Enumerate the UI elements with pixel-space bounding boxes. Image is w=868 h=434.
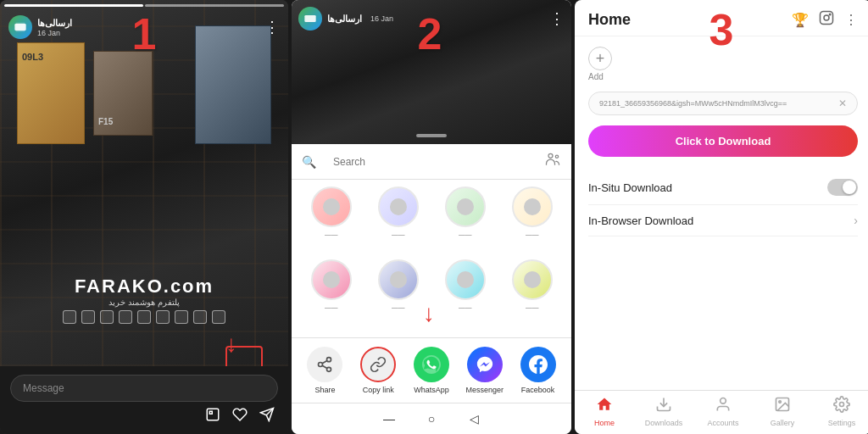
story-meta: ارسالی‌ها 16 Jan	[37, 18, 72, 37]
share-option-share[interactable]: Share	[298, 347, 352, 394]
thumb-name-5: ——	[325, 303, 338, 311]
farako-icon-9	[212, 310, 225, 324]
gallery-button[interactable]	[205, 407, 220, 426]
svg-point-6	[548, 153, 553, 158]
inbrowser-download-row[interactable]: In-Browser Download ›	[588, 205, 858, 236]
farako-icon-4	[119, 310, 132, 324]
screen2-time: 16 Jan	[370, 14, 393, 23]
story-header: ارسالی‌ها 16 Jan ⋮	[0, 0, 288, 46]
url-input-row: 92181_36659356968&igsh=MWw5cHNmdmIlM3lvc…	[588, 92, 858, 115]
url-input-text: 92181_36659356968&igsh=MWw5cHNmdmIlM3lvc…	[599, 99, 833, 108]
app-bottom-nav: Home Downloads Accounts	[575, 390, 868, 434]
message-input[interactable]: Message	[10, 375, 278, 402]
nav-home[interactable]: Home	[575, 396, 634, 427]
insitu-toggle[interactable]	[827, 179, 858, 196]
thumb-avatar-8	[512, 259, 553, 300]
share-option-whatsapp[interactable]: WhatsApp	[405, 347, 459, 394]
screen2-sys-nav: — ○ ◁	[292, 403, 571, 434]
box2	[93, 51, 153, 136]
screen3: Home 🏆 ⋮ + Add 92181_36659356968&igsh=MW…	[575, 0, 868, 434]
story-username: ارسالی‌ها	[37, 18, 72, 29]
svg-point-20	[840, 403, 844, 407]
story-thumb-3[interactable]: ——	[432, 186, 498, 258]
thumb-name-8: ——	[526, 303, 539, 311]
story-thumb-7[interactable]: ——	[432, 259, 498, 331]
accounts-nav-icon	[715, 396, 732, 417]
svg-rect-5	[304, 15, 315, 22]
trophy-icon[interactable]: 🏆	[792, 12, 809, 28]
story-avatar	[8, 15, 32, 39]
nav-settings[interactable]: Settings	[812, 396, 868, 427]
app-header: Home 🏆 ⋮	[575, 0, 868, 36]
share-icon	[307, 347, 342, 382]
send-button[interactable]	[259, 407, 275, 426]
svg-rect-13	[821, 12, 833, 25]
copy-link-icon	[360, 347, 396, 382]
drag-handle[interactable]	[416, 134, 447, 137]
sys-back-button[interactable]: —	[381, 410, 398, 427]
story-thumb-4[interactable]: ——	[499, 186, 565, 258]
nav-accounts[interactable]: Accounts	[693, 396, 753, 427]
story-thumb-1[interactable]: ——	[298, 186, 364, 258]
screen2-avatar	[298, 7, 322, 31]
thumb-avatar-2	[378, 186, 419, 227]
home-nav-label: Home	[594, 419, 615, 427]
thumb-avatar-7	[445, 259, 486, 300]
nav-downloads[interactable]: Downloads	[634, 396, 693, 427]
app-content: + Add 92181_36659356968&igsh=MWw5cHNmdmI…	[575, 36, 868, 390]
share-search-input[interactable]	[323, 152, 537, 172]
whatsapp-label: WhatsApp	[414, 386, 449, 394]
thumb-name-7: ——	[459, 303, 472, 311]
story-more-button[interactable]: ⋮	[264, 19, 280, 35]
add-label: Add	[588, 72, 858, 81]
progress-bar-1	[4, 4, 143, 7]
share-option-copylink[interactable]: Copy link	[352, 347, 405, 394]
story-thumb-5[interactable]: ——	[298, 259, 364, 331]
screen2-wrapper: ارسالی‌ها 16 Jan ⋮ 🔍 ——	[288, 0, 571, 434]
whatsapp-icon	[414, 347, 449, 382]
chevron-right-icon: ›	[854, 214, 858, 227]
add-button[interactable]: +	[588, 47, 612, 70]
downloads-nav-icon	[655, 396, 672, 417]
farako-icon-1	[63, 310, 76, 324]
sys-recents-button[interactable]: ◁	[465, 410, 482, 427]
screen2: ارسالی‌ها 16 Jan ⋮ 🔍 ——	[292, 0, 571, 434]
story-thumb-6[interactable]: ——	[365, 259, 431, 331]
insitu-download-row[interactable]: In-Situ Download	[588, 170, 858, 205]
svg-point-7	[555, 155, 558, 158]
story-time: 16 Jan	[37, 29, 72, 37]
contacts-icon[interactable]	[544, 151, 561, 172]
farako-icon-5	[137, 310, 151, 324]
story-progress	[0, 0, 288, 3]
svg-rect-0	[14, 24, 25, 31]
bottom-nav-icons	[10, 407, 278, 426]
svg-point-14	[824, 15, 829, 20]
screen2-more-button[interactable]: ⋮	[549, 11, 565, 26]
gallery-nav-label: Gallery	[771, 419, 795, 427]
downloads-nav-label: Downloads	[645, 419, 683, 427]
thumb-avatar-6	[378, 259, 419, 300]
farako-icon-3	[100, 310, 114, 324]
gallery-nav-icon	[774, 396, 791, 417]
settings-nav-icon	[833, 396, 850, 417]
thumb-name-3: ——	[459, 231, 472, 238]
svg-point-17	[721, 398, 726, 404]
share-search-bar: 🔍	[292, 144, 571, 180]
download-button[interactable]: Click to Download	[588, 125, 858, 157]
url-clear-button[interactable]: ✕	[838, 97, 847, 109]
thumb-name-6: ——	[392, 303, 405, 311]
story-thumb-2[interactable]: ——	[365, 186, 431, 258]
more-options-icon[interactable]: ⋮	[844, 12, 858, 28]
messenger-icon	[467, 347, 503, 382]
share-option-facebook[interactable]: Facebook	[511, 347, 565, 394]
share-option-messenger[interactable]: Messenger	[458, 347, 511, 394]
svg-line-12	[323, 360, 328, 363]
heart-button[interactable]	[232, 407, 248, 426]
copy-link-label: Copy link	[363, 386, 394, 394]
screen1-wrapper: ارسالی‌ها 16 Jan ⋮ FARAKO.com پلتفرم هوش…	[0, 0, 288, 434]
svg-point-9	[319, 363, 323, 367]
sys-home-button[interactable]: ○	[423, 410, 440, 427]
instagram-icon[interactable]	[819, 10, 834, 29]
story-thumb-8[interactable]: ——	[499, 259, 565, 331]
nav-gallery[interactable]: Gallery	[753, 396, 812, 427]
